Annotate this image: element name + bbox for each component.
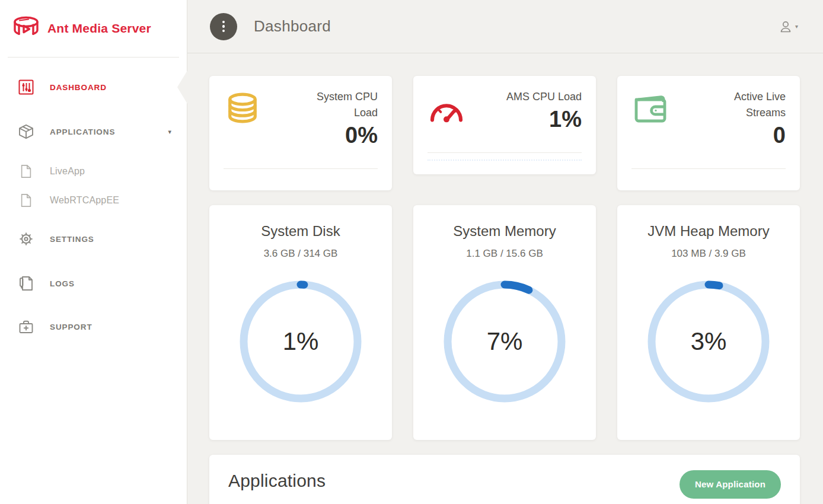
sidebar-item-label: SUPPORT [50,323,92,331]
divider [428,152,582,153]
gauge-icon [428,95,465,125]
gauge-title: System Memory [413,223,596,240]
gauge-percent-label: 3% [647,280,770,403]
donut-gauge: 7% [444,280,566,403]
dashboard-sliders-icon [18,79,34,95]
stat-value: 0 [707,122,786,149]
ams-cpu-load-card: AMS CPU Load 1% [413,76,596,174]
main-area: Dashboard ▾ System CPU Load 0% [187,0,823,504]
active-item-notch [177,71,187,104]
sidebar-item-settings[interactable]: SETTINGS [0,225,187,253]
user-icon [779,20,793,34]
applications-title: Applications [228,470,326,492]
gauge-percent-label: 1% [240,280,362,403]
top-header: Dashboard ▾ [187,0,823,53]
chevron-down-icon: ▾ [795,23,798,30]
applications-section: Applications New Application [209,455,800,504]
gauge-subtitle: 1.1 GB / 15.6 GB [413,248,596,260]
kebab-menu-icon[interactable] [210,13,237,40]
sidebar-item-support[interactable]: SUPPORT [0,312,187,341]
sidebar-item-label: LOGS [50,279,75,288]
sidebar-item-label: APPLICATIONS [50,127,115,136]
sidebar-item-logs[interactable]: LOGS [0,269,187,298]
sidebar-nav: DASHBOARD APPLICATIONS ▾ LiveApp WebRTCA… [0,58,187,341]
sidebar-item-liveapp[interactable]: LiveApp [0,157,187,186]
file-icon [20,193,33,208]
stat-title: Active Live Streams [707,89,786,121]
gauge-title: JVM Heap Memory [617,223,800,240]
database-icon [224,91,261,126]
package-box-icon [18,123,34,140]
sidebar-item-label: DASHBOARD [50,83,107,92]
system-cpu-load-card: System CPU Load 0% [209,76,392,190]
first-aid-kit-icon [18,318,34,335]
wallet-icon [631,94,669,125]
gear-icon [18,231,34,247]
jvm-heap-memory-card: JVM Heap Memory 103 MB / 3.9 GB 3% [617,205,800,440]
user-menu[interactable]: ▾ [779,20,798,34]
active-live-streams-card: Active Live Streams 0 [617,76,800,190]
donut-gauge: 1% [240,280,362,403]
sidebar-item-applications[interactable]: APPLICATIONS ▾ [0,117,187,146]
new-application-button[interactable]: New Application [680,470,781,499]
system-memory-card: System Memory 1.1 GB / 15.6 GB 7% [413,205,596,440]
ant-media-logo-icon [12,15,40,42]
page-title: Dashboard [254,17,331,36]
stat-value: 0% [299,122,378,149]
sidebar: Ant Media Server DASHBOARD APPLICATIONS … [0,0,187,504]
gauge-subtitle: 3.6 GB / 314 GB [209,248,392,260]
system-disk-card: System Disk 3.6 GB / 314 GB 1% [209,205,392,440]
log-document-icon [18,275,34,292]
stat-title: AMS CPU Load [481,89,582,105]
sidebar-item-dashboard[interactable]: DASHBOARD [0,73,187,101]
sidebar-item-label: LiveApp [50,166,85,177]
donut-gauge: 3% [647,280,770,403]
brand-logo[interactable]: Ant Media Server [0,0,187,57]
chevron-down-icon[interactable]: ▾ [168,128,171,136]
sidebar-item-label: SETTINGS [50,235,94,244]
dashboard-content: System CPU Load 0% AMS CPU Load 1% [187,53,823,504]
stat-title: System CPU Load [299,89,378,121]
file-icon [20,164,33,178]
sidebar-item-webrtcappee[interactable]: WebRTCAppEE [0,186,187,215]
gauge-subtitle: 103 MB / 3.9 GB [617,248,800,260]
gauge-title: System Disk [209,223,392,240]
brand-name: Ant Media Server [47,21,151,36]
sidebar-item-label: WebRTCAppEE [50,195,119,206]
stat-value: 1% [481,106,582,133]
gauge-percent-label: 7% [444,280,566,403]
